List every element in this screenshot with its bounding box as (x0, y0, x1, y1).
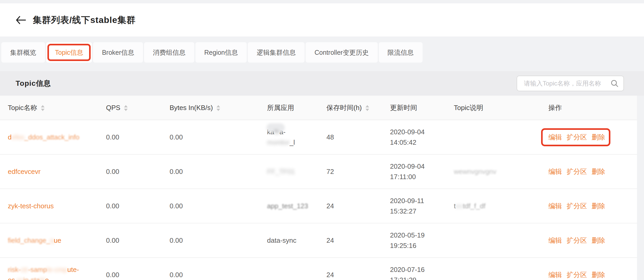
expand-partition-link[interactable]: 扩分区 (567, 168, 587, 175)
sort-icon[interactable] (124, 105, 128, 111)
expand-partition-link[interactable]: 扩分区 (567, 202, 587, 210)
topic-name-link[interactable]: risk-ctr-sample-cmpute- es-prio-stable (8, 264, 98, 280)
red-annotation-box: 编辑扩分区删除 (548, 133, 605, 142)
table-row: risk-ctr-sample-cmpute- es-prio-stable 0… (0, 258, 637, 280)
edit-link[interactable]: 编辑 (548, 202, 562, 210)
sort-icon[interactable] (366, 105, 369, 111)
actions-cell: 编辑扩分区删除 (541, 120, 637, 154)
topic-name-link[interactable]: defes_ddos_attack_info (8, 133, 79, 141)
app-cell: data-sync (259, 223, 319, 258)
desc-cell (446, 258, 541, 280)
col-header-actions: 操作 (541, 96, 637, 120)
col-header-desc: Topic说明 (446, 96, 541, 120)
tab-topic-info[interactable]: Topic信息 (46, 42, 92, 63)
back-button[interactable] (15, 16, 26, 25)
edit-link[interactable]: 编辑 (548, 168, 562, 175)
col-header-retention: 保存时间(h) (319, 96, 382, 120)
expand-partition-link[interactable]: 扩分区 (567, 271, 587, 279)
bytes-in-cell: 0.00 (162, 258, 259, 280)
app-cell (259, 258, 319, 280)
tab-cluster-overview[interactable]: 集群概览 (1, 42, 45, 63)
edit-link[interactable]: 编辑 (548, 271, 562, 279)
updated-cell: 2020-07-16 17:21:29 (382, 258, 446, 280)
retention-cell: 24 (319, 223, 382, 258)
actions-cell: 编辑扩分区删除 (541, 189, 637, 223)
app-cell: app_test_123 (259, 189, 319, 223)
app-cell: FF_TF01 (259, 154, 319, 189)
tab-consumer-group-info[interactable]: 消费组信息 (144, 42, 194, 63)
table-header-row: Topic名称 QPS Bytes In(KB/s) 所属应用 保存时间(h) … (0, 96, 637, 120)
desc-cell (446, 120, 541, 154)
topic-name-link[interactable]: zyk-test-chorus (8, 202, 54, 210)
actions-cell: 编辑扩分区删除 (541, 154, 637, 189)
desc-cell: testdf_f_df (446, 189, 541, 223)
tab-label: Region信息 (204, 48, 238, 57)
search-icon[interactable] (610, 79, 619, 88)
bytes-in-cell: 0.00 (162, 189, 259, 223)
bytes-in-cell: 0.00 (162, 120, 259, 154)
table-row: defes_ddos_attack_info 0.00 0.00 kafka- … (0, 120, 637, 154)
section-title: Topic信息 (16, 78, 51, 88)
section-header: Topic信息 (0, 71, 644, 96)
delete-link[interactable]: 删除 (592, 202, 605, 210)
tab-label: Topic信息 (55, 48, 83, 57)
qps-cell: 0.00 (98, 189, 162, 223)
qps-cell: 0.00 (98, 120, 162, 154)
updated-cell: 2020-09-04 14:05:42 (382, 120, 446, 154)
col-header-updated: 更新时间 (382, 96, 446, 120)
topic-name-cell: risk-ctr-sample-cmpute- es-prio-stable (0, 258, 98, 280)
topic-table: Topic名称 QPS Bytes In(KB/s) 所属应用 保存时间(h) … (0, 96, 637, 280)
qps-cell: 0.00 (98, 223, 162, 258)
delete-link[interactable]: 删除 (592, 236, 605, 244)
sort-icon[interactable] (216, 105, 220, 111)
delete-link[interactable]: 删除 (592, 271, 605, 279)
tab-logical-cluster-info[interactable]: 逻辑集群信息 (248, 42, 305, 63)
table-row: edfcevcevr 0.00 0.00 FF_TF01 72 2020-09-… (0, 154, 637, 189)
topic-name-link[interactable]: field_change_que (8, 236, 61, 244)
sort-icon[interactable] (41, 105, 45, 111)
tab-region-info[interactable]: Region信息 (195, 42, 247, 63)
updated-cell: 2020-09-04 17:11:00 (382, 154, 446, 189)
app-cell: kafka- monitor_l (259, 120, 319, 154)
col-header-topic-name: Topic名称 (0, 96, 98, 120)
actions-cell: 编辑扩分区删除 (541, 258, 637, 280)
delete-link[interactable]: 删除 (592, 133, 605, 141)
tab-label: 限流信息 (388, 48, 414, 57)
topic-name-cell: edfcevcevr (0, 154, 98, 189)
bytes-in-cell: 0.00 (162, 223, 259, 258)
bytes-in-cell: 0.00 (162, 154, 259, 189)
updated-cell: 2020-05-19 19:25:16 (382, 223, 446, 258)
arrow-left-icon (15, 16, 26, 25)
edit-link[interactable]: 编辑 (548, 236, 562, 244)
tab-label: 逻辑集群信息 (257, 48, 296, 57)
tab-broker-info[interactable]: Broker信息 (93, 42, 143, 63)
delete-link[interactable]: 删除 (592, 168, 605, 175)
topic-table-container: Topic名称 QPS Bytes In(KB/s) 所属应用 保存时间(h) … (0, 96, 637, 280)
breadcrumb-title: 集群列表/线下stable集群 (33, 14, 136, 26)
retention-cell: 48 (319, 120, 382, 154)
qps-cell: 0.00 (98, 258, 162, 280)
tab-throttle-info[interactable]: 限流信息 (379, 42, 423, 63)
edit-link[interactable]: 编辑 (548, 133, 562, 141)
tab-controller-history[interactable]: Controller变更历史 (306, 42, 377, 63)
tab-bar: 集群概览 Topic信息 Broker信息 消费组信息 Region信息 逻辑集… (0, 42, 644, 63)
table-row: zyk-test-chorus 0.00 0.00 app_test_123 2… (0, 189, 637, 223)
desc-cell (446, 223, 541, 258)
col-header-app: 所属应用 (259, 96, 319, 120)
tab-label: 消费组信息 (153, 48, 185, 57)
search-input[interactable] (517, 76, 624, 91)
expand-partition-link[interactable]: 扩分区 (567, 236, 587, 244)
tab-label: Broker信息 (102, 48, 134, 57)
retention-cell: 72 (319, 154, 382, 189)
topic-name-cell: defes_ddos_attack_info (0, 120, 98, 154)
table-row: field_change_que 0.00 0.00 data-sync 24 … (0, 223, 637, 258)
desc-cell: wewnvgnvgnv (446, 154, 541, 189)
topic-name-link[interactable]: edfcevcevr (8, 168, 41, 175)
tab-label: 集群概览 (10, 48, 36, 57)
retention-cell: 24 (319, 258, 382, 280)
tab-label: Controller变更历史 (314, 48, 369, 57)
expand-partition-link[interactable]: 扩分区 (567, 133, 587, 141)
retention-cell: 24 (319, 189, 382, 223)
topic-name-cell: field_change_que (0, 223, 98, 258)
search-box (517, 76, 624, 91)
